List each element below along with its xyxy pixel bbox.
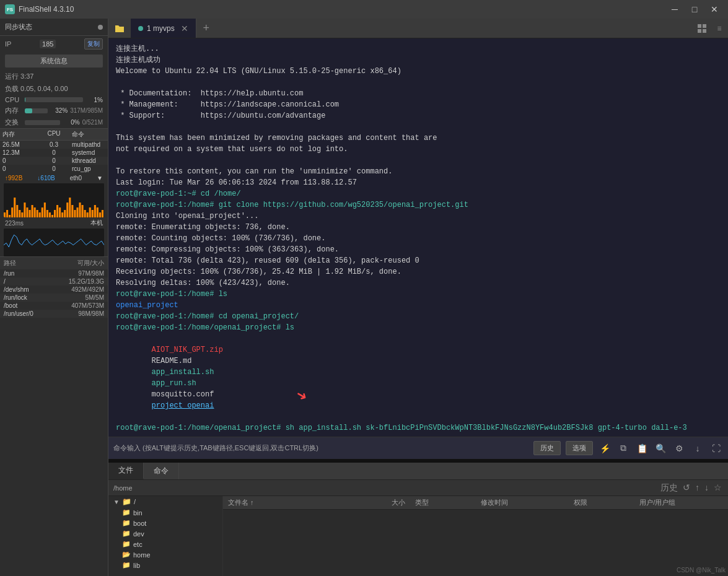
search-icon[interactable]: 🔍 xyxy=(654,442,667,455)
col-filename[interactable]: 文件名 ↑ xyxy=(223,496,344,509)
sysinfo-button[interactable]: 系统信息 xyxy=(5,55,103,68)
tree-item-root[interactable]: ▼ 📁 / xyxy=(108,496,222,507)
history-nav-icon[interactable]: 历史 xyxy=(659,482,679,494)
proc-col-cpu: CPU xyxy=(38,129,69,140)
tree-item-label: etc xyxy=(133,541,143,548)
terminal-line: * Documentation: https://help.ubuntu.com xyxy=(116,88,721,99)
terminal[interactable]: 连接主机... 连接主机成功 Welcome to Ubuntu 22.04 L… xyxy=(108,38,728,437)
terminal-line: root@rave-pod-1:~# cd /home/ xyxy=(116,188,721,199)
mem-bar-bg xyxy=(25,108,48,113)
terminal-line: remote: Compressing objects: 100% (363/3… xyxy=(116,244,721,255)
cpu-bar-fill xyxy=(25,97,25,102)
ip-value: 185 xyxy=(40,40,56,48)
filemgr-tab-commands[interactable]: 命令 xyxy=(144,463,179,479)
terminal-tab[interactable]: 1 myvps ✕ xyxy=(131,19,196,38)
close-button[interactable]: ✕ xyxy=(706,4,723,15)
tree-item-etc[interactable]: 📁 etc xyxy=(108,539,222,549)
col-owner[interactable]: 用户/用户组 xyxy=(634,496,728,509)
filemgr-tab-files[interactable]: 文件 xyxy=(108,463,144,479)
net-up: ↑992B xyxy=(5,175,22,181)
terminal-line xyxy=(116,77,721,88)
main-layout: 同步状态 IP 185 复制 系统信息 运行 3:37 负载 0.05, 0.0… xyxy=(0,19,728,576)
refresh-icon[interactable]: ↺ xyxy=(682,482,691,494)
tree-item-lib[interactable]: 📁 lib xyxy=(108,560,222,570)
filemgr-path-text: /home xyxy=(113,484,654,492)
cpu-stat-row: CPU 1% xyxy=(0,95,108,105)
menu-icon[interactable]: ≡ xyxy=(711,19,728,38)
filemgr-body: ▼ 📁 / 📁 bin 📁 boot 📁 dev xyxy=(108,496,728,576)
app-icon: FS xyxy=(5,4,15,14)
tree-item-dev[interactable]: 📁 dev xyxy=(108,528,222,539)
cmd-label: 命令输入 (按ALT键提示历史,TAB键路径,ESC键返回,双击CTRL切换) xyxy=(113,443,318,453)
sync-status-dot xyxy=(98,25,103,30)
tab-close-button[interactable]: ✕ xyxy=(181,24,188,33)
copy-ip-button[interactable]: 复制 xyxy=(84,38,103,50)
titlebar-controls: ─ □ ✕ xyxy=(666,4,723,15)
grid-view-icon[interactable] xyxy=(693,19,711,38)
path-row: / 15.2G/19.3G xyxy=(0,277,108,286)
add-tab-button[interactable]: + xyxy=(196,19,216,38)
terminal-line-ls-home: openai_project xyxy=(116,300,721,311)
proc-row: 0 0 kthreadd xyxy=(0,157,108,165)
terminal-line: To restore this content, you can run the… xyxy=(116,166,721,177)
fullscreen-icon[interactable]: ⛶ xyxy=(709,442,723,455)
terminal-line: remote: Enumerating objects: 736, done. xyxy=(116,222,721,233)
net-row: ↑992B ↓610B eth0 ▼ xyxy=(0,173,108,183)
tree-item-label: bin xyxy=(133,509,143,517)
path-row: /boot 407M/573M xyxy=(0,302,108,310)
col-mtime[interactable]: 修改时间 xyxy=(476,496,569,509)
maximize-button[interactable]: □ xyxy=(686,4,703,15)
cpu-bar-bg xyxy=(25,97,83,102)
swap-bar-bg xyxy=(25,120,60,125)
paste-icon[interactable]: 📋 xyxy=(635,442,649,455)
svg-rect-3 xyxy=(703,29,706,33)
terminal-line: Welcome to Ubuntu 22.04 LTS (GNU/Linux 5… xyxy=(116,66,721,77)
filemgr-path-actions: 历史 ↺ ↑ ↓ ☆ xyxy=(659,482,723,494)
copy-icon[interactable]: ⧉ xyxy=(616,442,630,455)
download-file-icon[interactable]: ↓ xyxy=(703,482,710,494)
proc-row: 0 0 rcu_gp xyxy=(0,165,108,173)
lightning-icon[interactable]: ⚡ xyxy=(598,442,612,455)
minimize-button[interactable]: ─ xyxy=(666,4,683,15)
proc-row: 12.3M 0 systemd xyxy=(0,149,108,157)
tree-item-boot[interactable]: 📁 boot xyxy=(108,518,222,528)
col-type[interactable]: 类型 xyxy=(410,496,476,509)
folder-icon[interactable] xyxy=(108,19,131,38)
net-iface: eth0 xyxy=(70,175,82,181)
terminal-line: root@rave-pod-1:/home# ls xyxy=(116,289,721,300)
terminal-line: Receiving objects: 100% (736/736), 25.42… xyxy=(116,266,721,277)
net-canvas xyxy=(4,183,104,217)
history-button[interactable]: 历史 xyxy=(533,441,561,455)
options-button[interactable]: 选项 xyxy=(566,441,593,455)
col-size[interactable]: 大小 xyxy=(344,496,410,509)
terminal-line: not required on a system that users do n… xyxy=(116,144,721,155)
terminal-line: * Management: https://landscape.canonica… xyxy=(116,99,721,110)
lat-canvas xyxy=(4,229,104,256)
tree-item-home[interactable]: 📂 home xyxy=(108,549,222,560)
ip-label: IP xyxy=(5,40,11,48)
proc-col-cmd: 命令 xyxy=(69,129,108,140)
net-dropdown-icon[interactable]: ▼ xyxy=(97,175,103,181)
tree-item-label: boot xyxy=(133,520,146,527)
net-down: ↓610B xyxy=(37,175,55,181)
titlebar-left: FS FinalShell 4.3.10 xyxy=(5,4,74,14)
latency-label: 223ms xyxy=(5,220,24,227)
terminal-line: root@rave-pod-1:/home/openai_project# ls xyxy=(116,322,721,333)
path-header: 路径 可用/大小 xyxy=(0,256,108,269)
settings-icon[interactable]: ⚙ xyxy=(672,442,686,455)
tree-item-bin[interactable]: 📁 bin xyxy=(108,507,222,518)
download-icon[interactable]: ↓ xyxy=(691,442,704,455)
mem-bar-fill xyxy=(25,108,32,113)
latency-graph xyxy=(4,229,104,256)
col-perm[interactable]: 权限 xyxy=(569,496,634,509)
cpu-value: 1% xyxy=(86,97,103,103)
bookmark-icon[interactable]: ☆ xyxy=(713,482,723,494)
tree-expand-icon: ▼ xyxy=(113,499,120,505)
load-row: 负载 0.05, 0.04, 0.00 xyxy=(0,83,108,95)
folder-icon: 📁 xyxy=(122,561,131,569)
ip-row: IP 185 复制 xyxy=(0,36,108,52)
filemgr-path-bar: /home 历史 ↺ ↑ ↓ ☆ xyxy=(108,480,728,496)
folder-icon: 📁 xyxy=(122,519,131,527)
upload-icon[interactable]: ↑ xyxy=(694,482,701,494)
tabbar: 1 myvps ✕ + ≡ xyxy=(108,19,728,38)
